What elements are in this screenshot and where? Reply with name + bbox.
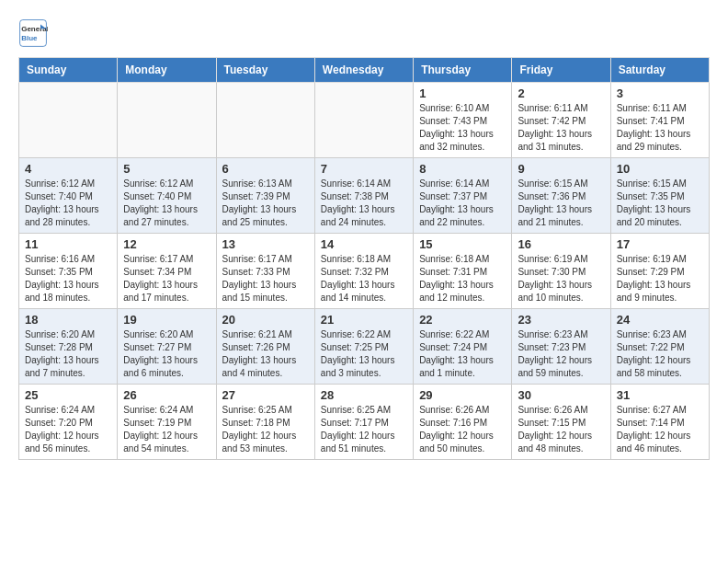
day-number: 20 [222,313,309,327]
day-number: 8 [419,162,506,176]
day-info: Sunrise: 6:14 AM Sunset: 7:37 PM Dayligh… [419,178,506,229]
day-info: Sunrise: 6:11 AM Sunset: 7:41 PM Dayligh… [617,102,703,154]
day-info: Sunrise: 6:19 AM Sunset: 7:30 PM Dayligh… [518,253,604,304]
day-info: Sunrise: 6:17 AM Sunset: 7:34 PM Dayligh… [123,253,210,304]
calendar-week-4: 18Sunrise: 6:20 AM Sunset: 7:28 PM Dayli… [19,309,710,385]
day-info: Sunrise: 6:23 AM Sunset: 7:22 PM Dayligh… [617,328,703,380]
day-info: Sunrise: 6:27 AM Sunset: 7:14 PM Dayligh… [617,404,703,455]
calendar-cell: 20Sunrise: 6:21 AM Sunset: 7:26 PM Dayli… [216,309,314,385]
calendar-cell: 28Sunrise: 6:25 AM Sunset: 7:17 PM Dayli… [314,385,413,460]
day-number: 9 [518,162,604,176]
calendar-cell: 5Sunrise: 6:12 AM Sunset: 7:40 PM Daylig… [118,158,216,234]
logo-icon: General Blue [18,18,48,48]
day-info: Sunrise: 6:20 AM Sunset: 7:28 PM Dayligh… [25,328,111,380]
day-info: Sunrise: 6:24 AM Sunset: 7:19 PM Dayligh… [123,404,210,455]
day-number: 13 [222,237,309,251]
calendar-week-5: 25Sunrise: 6:24 AM Sunset: 7:20 PM Dayli… [19,385,710,460]
calendar-cell: 24Sunrise: 6:23 AM Sunset: 7:22 PM Dayli… [610,309,709,385]
calendar-cell: 15Sunrise: 6:18 AM Sunset: 7:31 PM Dayli… [414,234,512,309]
day-number: 18 [25,313,111,327]
calendar-cell: 19Sunrise: 6:20 AM Sunset: 7:27 PM Dayli… [118,309,216,385]
day-info: Sunrise: 6:12 AM Sunset: 7:40 PM Dayligh… [123,178,210,229]
day-number: 12 [123,237,210,251]
day-info: Sunrise: 6:25 AM Sunset: 7:17 PM Dayligh… [321,404,407,455]
calendar-cell: 29Sunrise: 6:26 AM Sunset: 7:16 PM Dayli… [414,385,512,460]
day-number: 25 [25,388,111,402]
day-info: Sunrise: 6:26 AM Sunset: 7:15 PM Dayligh… [518,404,604,455]
day-info: Sunrise: 6:14 AM Sunset: 7:38 PM Dayligh… [321,178,407,229]
day-number: 2 [518,86,604,100]
day-number: 24 [617,313,703,327]
day-number: 31 [617,388,703,402]
day-info: Sunrise: 6:22 AM Sunset: 7:25 PM Dayligh… [321,328,407,380]
day-number: 30 [518,388,604,402]
calendar-cell [118,83,216,158]
calendar-cell [216,83,314,158]
day-info: Sunrise: 6:24 AM Sunset: 7:20 PM Dayligh… [25,404,111,455]
calendar-cell: 3Sunrise: 6:11 AM Sunset: 7:41 PM Daylig… [610,83,709,158]
calendar-cell: 21Sunrise: 6:22 AM Sunset: 7:25 PM Dayli… [314,309,413,385]
day-number: 3 [617,86,703,100]
day-info: Sunrise: 6:18 AM Sunset: 7:32 PM Dayligh… [321,253,407,304]
column-header-saturday: Saturday [610,58,709,83]
day-number: 10 [617,162,703,176]
calendar-week-3: 11Sunrise: 6:16 AM Sunset: 7:35 PM Dayli… [19,234,710,309]
svg-text:Blue: Blue [21,34,38,42]
day-number: 1 [419,86,506,100]
day-info: Sunrise: 6:10 AM Sunset: 7:43 PM Dayligh… [419,102,506,154]
calendar-cell: 2Sunrise: 6:11 AM Sunset: 7:42 PM Daylig… [512,83,610,158]
calendar-week-1: 1Sunrise: 6:10 AM Sunset: 7:43 PM Daylig… [19,83,710,158]
calendar-cell: 22Sunrise: 6:22 AM Sunset: 7:24 PM Dayli… [414,309,512,385]
day-info: Sunrise: 6:20 AM Sunset: 7:27 PM Dayligh… [123,328,210,380]
day-number: 16 [518,237,604,251]
calendar-cell: 4Sunrise: 6:12 AM Sunset: 7:40 PM Daylig… [19,158,118,234]
day-info: Sunrise: 6:12 AM Sunset: 7:40 PM Dayligh… [25,178,111,229]
column-header-friday: Friday [512,58,610,83]
calendar-cell: 26Sunrise: 6:24 AM Sunset: 7:19 PM Dayli… [118,385,216,460]
day-info: Sunrise: 6:15 AM Sunset: 7:36 PM Dayligh… [518,178,604,229]
day-number: 22 [419,313,506,327]
day-number: 28 [321,388,407,402]
calendar-table: SundayMondayTuesdayWednesdayThursdayFrid… [18,57,710,460]
column-header-wednesday: Wednesday [314,58,413,83]
calendar-cell: 8Sunrise: 6:14 AM Sunset: 7:37 PM Daylig… [414,158,512,234]
calendar-cell: 14Sunrise: 6:18 AM Sunset: 7:32 PM Dayli… [314,234,413,309]
day-number: 27 [222,388,309,402]
calendar-cell: 9Sunrise: 6:15 AM Sunset: 7:36 PM Daylig… [512,158,610,234]
day-info: Sunrise: 6:16 AM Sunset: 7:35 PM Dayligh… [25,253,111,304]
day-number: 4 [25,162,111,176]
calendar-cell: 18Sunrise: 6:20 AM Sunset: 7:28 PM Dayli… [19,309,118,385]
calendar-cell [19,83,118,158]
logo: General Blue [18,18,51,48]
calendar-cell: 25Sunrise: 6:24 AM Sunset: 7:20 PM Dayli… [19,385,118,460]
day-info: Sunrise: 6:17 AM Sunset: 7:33 PM Dayligh… [222,253,309,304]
column-header-thursday: Thursday [414,58,512,83]
calendar-week-2: 4Sunrise: 6:12 AM Sunset: 7:40 PM Daylig… [19,158,710,234]
day-number: 19 [123,313,210,327]
day-info: Sunrise: 6:11 AM Sunset: 7:42 PM Dayligh… [518,102,604,154]
calendar-cell: 16Sunrise: 6:19 AM Sunset: 7:30 PM Dayli… [512,234,610,309]
calendar-cell: 31Sunrise: 6:27 AM Sunset: 7:14 PM Dayli… [610,385,709,460]
calendar-cell: 1Sunrise: 6:10 AM Sunset: 7:43 PM Daylig… [414,83,512,158]
day-info: Sunrise: 6:25 AM Sunset: 7:18 PM Dayligh… [222,404,309,455]
calendar-cell: 7Sunrise: 6:14 AM Sunset: 7:38 PM Daylig… [314,158,413,234]
day-info: Sunrise: 6:26 AM Sunset: 7:16 PM Dayligh… [419,404,506,455]
day-number: 14 [321,237,407,251]
day-info: Sunrise: 6:21 AM Sunset: 7:26 PM Dayligh… [222,328,309,380]
day-number: 7 [321,162,407,176]
column-header-sunday: Sunday [19,58,118,83]
day-number: 11 [25,237,111,251]
calendar-cell: 30Sunrise: 6:26 AM Sunset: 7:15 PM Dayli… [512,385,610,460]
calendar-cell: 13Sunrise: 6:17 AM Sunset: 7:33 PM Dayli… [216,234,314,309]
calendar-cell: 17Sunrise: 6:19 AM Sunset: 7:29 PM Dayli… [610,234,709,309]
day-info: Sunrise: 6:22 AM Sunset: 7:24 PM Dayligh… [419,328,506,380]
column-header-monday: Monday [118,58,216,83]
calendar-cell: 12Sunrise: 6:17 AM Sunset: 7:34 PM Dayli… [118,234,216,309]
day-info: Sunrise: 6:23 AM Sunset: 7:23 PM Dayligh… [518,328,604,380]
day-number: 23 [518,313,604,327]
day-number: 29 [419,388,506,402]
svg-text:General: General [21,25,48,33]
column-header-tuesday: Tuesday [216,58,314,83]
day-info: Sunrise: 6:18 AM Sunset: 7:31 PM Dayligh… [419,253,506,304]
calendar-cell: 23Sunrise: 6:23 AM Sunset: 7:23 PM Dayli… [512,309,610,385]
